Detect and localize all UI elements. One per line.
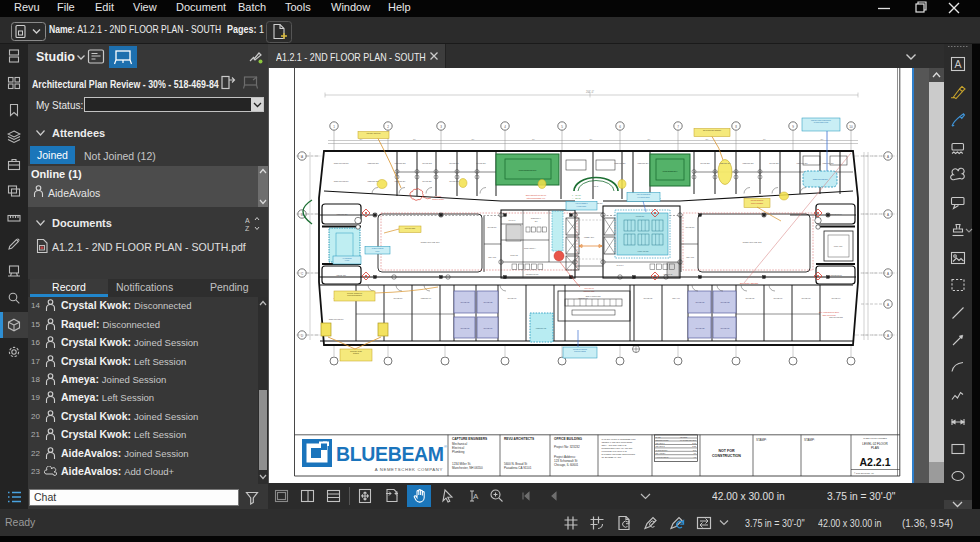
svg-text:03/02/21: 03/02/21 (680, 436, 687, 438)
svg-text:STAMP:: STAMP: (804, 438, 815, 442)
svg-text:OF BLUEBEAM, INC.: OF BLUEBEAM, INC. (602, 456, 623, 459)
svg-text:Project No: 323232: Project No: 323232 (554, 445, 580, 449)
svg-text:Z: Z (245, 225, 250, 232)
svg-text:Plumbing: Plumbing (452, 450, 465, 454)
svg-text:THIS DRAWING IS INTENDED FOR: THIS DRAWING IS INTENDED FOR (602, 438, 636, 440)
svg-text:REVIEW 2: REVIEW 2 (656, 445, 665, 447)
svg-text:A2.2.1: A2.2.1 (860, 456, 891, 468)
svg-text:DATE: DATE (656, 436, 662, 438)
svg-text:EXPRESS WRITTEN PERMISSION: EXPRESS WRITTEN PERMISSION (602, 453, 636, 455)
svg-text:A: A (473, 492, 479, 501)
svg-text:®: ® (444, 444, 447, 449)
svg-text:DESCRIPTION: DESCRIPTION (656, 439, 670, 441)
svg-text:Pasadena CA 91101: Pasadena CA 91101 (504, 466, 532, 470)
svg-text:2/18: 2/18 (692, 442, 696, 444)
svg-text:DIMENSIONS FOR ANY OTHER: DIMENSIONS FOR ANY OTHER (602, 447, 633, 449)
svg-text:NOT FOR: NOT FOR (718, 449, 735, 453)
svg-text:A: A (955, 58, 962, 70)
svg-text:REVU ARCHITECTS: REVU ARCHITECTS (504, 437, 534, 441)
svg-text:PURPOSE WITHOUT THE: PURPOSE WITHOUT THE (602, 450, 628, 452)
svg-text:OFFICE BUILDING: OFFICE BUILDING (554, 437, 582, 441)
svg-text:Chicago, IL 60601: Chicago, IL 60601 (554, 463, 579, 467)
svg-text:CAPTURE ENGINEERS: CAPTURE ENGINEERS (452, 437, 487, 441)
svg-text:© 2019 Bluebeam, Inc.: © 2019 Bluebeam, Inc. (854, 472, 875, 475)
svg-text:STAMP:: STAMP: (756, 438, 767, 442)
svg-text:DRAWN BY: DRAWN BY (656, 452, 667, 454)
svg-text:CW: CW (693, 449, 696, 451)
svg-text:CHECKED BY: CHECKED BY (656, 449, 669, 451)
svg-text:MARKED REVIEW: MARKED REVIEW (680, 439, 696, 441)
svg-text:GENERAL REVIEW PURPOSES: GENERAL REVIEW PURPOSES (602, 441, 633, 443)
svg-text:BLUEBEAM: BLUEBEAM (336, 443, 444, 465)
svg-text:ONLY - DO NOT USE THE: ONLY - DO NOT USE THE (602, 444, 628, 446)
svg-text:REVIEW 1: REVIEW 1 (656, 442, 665, 444)
svg-text:APPROVED BY: APPROVED BY (656, 456, 670, 458)
svg-text:JM: JM (693, 452, 696, 454)
svg-text:A: A (245, 217, 250, 224)
svg-text:PLAN: PLAN (871, 446, 879, 450)
svg-text:AW: AW (693, 456, 696, 458)
svg-text:SHEET TITLE & NUMBER: SHEET TITLE & NUMBER (863, 437, 887, 439)
svg-text:CONSTRUCTION: CONSTRUCTION (712, 454, 741, 458)
svg-text:2/25: 2/25 (692, 445, 696, 447)
svg-text:Manchester, NH 06550: Manchester, NH 06550 (452, 466, 483, 470)
svg-text:A NEMETSCHEK COMPANY: A NEMETSCHEK COMPANY (375, 467, 443, 472)
